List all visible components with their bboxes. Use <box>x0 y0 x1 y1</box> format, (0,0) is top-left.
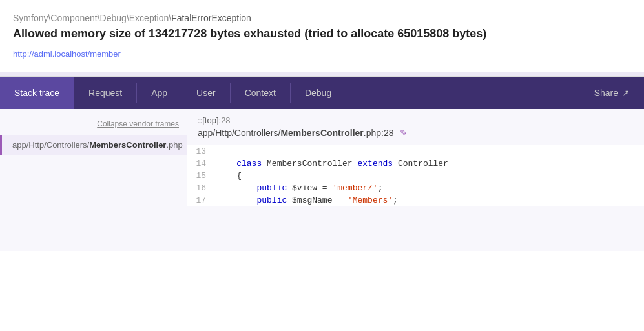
sidebar-file-name: MembersController <box>89 140 166 150</box>
collapse-vendor-section: Collapse vendor frames <box>0 115 187 135</box>
line-code-17: public $msgName = 'Members'; <box>216 196 644 205</box>
tab-debug[interactable]: Debug <box>291 77 346 109</box>
tab-context[interactable]: Context <box>231 77 290 109</box>
frame-location-top: ::[top]:28 <box>198 115 634 125</box>
code-line-15: 15 { <box>187 170 644 182</box>
sidebar: Collapse vendor frames app/Http/Controll… <box>0 109 187 251</box>
frame-file-prefix: app/Http/Controllers/ <box>198 128 280 138</box>
collapse-vendor-link[interactable]: Collapse vendor frames <box>97 119 179 128</box>
frame-header: ::[top]:28 app/Http/Controllers/MembersC… <box>187 109 644 145</box>
line-num-13: 13 <box>187 146 216 156</box>
frame-file-suffix: .php:28 <box>364 128 394 138</box>
code-block: 13 14 class MembersController extends Co… <box>187 145 644 206</box>
exception-section: Symfony\Component\Debug\Exception\FatalE… <box>0 0 644 72</box>
code-line-13: 13 <box>187 145 644 157</box>
line-num-16: 16 <box>187 183 216 193</box>
code-line-17: 17 public $msgName = 'Members'; <box>187 194 644 206</box>
exception-namespace: Symfony\Component\Debug\Exception\FatalE… <box>13 13 631 23</box>
main-content: ::[top]:28 app/Http/Controllers/MembersC… <box>187 109 644 251</box>
namespace-text: Symfony\Component\Debug\Exception\ <box>13 13 171 23</box>
sidebar-file-path-prefix: app/Http/Controllers/ <box>12 140 89 150</box>
tab-stack-trace[interactable]: Stack trace <box>0 77 74 109</box>
line-num-15: 15 <box>187 171 216 181</box>
content-area: Collapse vendor frames app/Http/Controll… <box>0 109 644 251</box>
separator <box>0 72 644 77</box>
exception-classname: FatalErrorException <box>171 13 251 23</box>
frame-file-link: app/Http/Controllers/MembersController.p… <box>198 128 634 138</box>
line-code-14: class MembersController extends Controll… <box>216 159 644 168</box>
exception-url: http://admi.localhost/member <box>13 48 631 59</box>
tab-request[interactable]: Request <box>74 77 136 109</box>
frame-top-text: ::[top] <box>198 115 219 125</box>
exception-message: Allowed memory size of 134217728 bytes e… <box>13 27 631 41</box>
share-icon: ↗ <box>622 88 630 98</box>
code-line-14: 14 class MembersController extends Contr… <box>187 157 644 170</box>
line-num-17: 17 <box>187 196 216 205</box>
code-line-16: 16 public $view = 'member/'; <box>187 182 644 194</box>
edit-icon[interactable]: ✎ <box>400 128 408 138</box>
line-code-15: { <box>216 171 644 181</box>
frame-file-bold: MembersController <box>280 128 363 138</box>
frame-line-number: :28 <box>219 115 231 125</box>
sidebar-file-ext: .php <box>166 140 182 150</box>
line-code-16: public $view = 'member/'; <box>216 183 644 193</box>
share-button[interactable]: Share ↗ <box>580 77 644 109</box>
sidebar-item-members-controller[interactable]: app/Http/Controllers/MembersController.p… <box>0 135 187 155</box>
exception-url-link[interactable]: http://admi.localhost/member <box>13 49 121 59</box>
tab-user[interactable]: User <box>182 77 230 109</box>
line-num-14: 14 <box>187 159 216 168</box>
tab-bar: Stack trace Request App User Context Deb… <box>0 77 644 109</box>
tab-app[interactable]: App <box>137 77 182 109</box>
